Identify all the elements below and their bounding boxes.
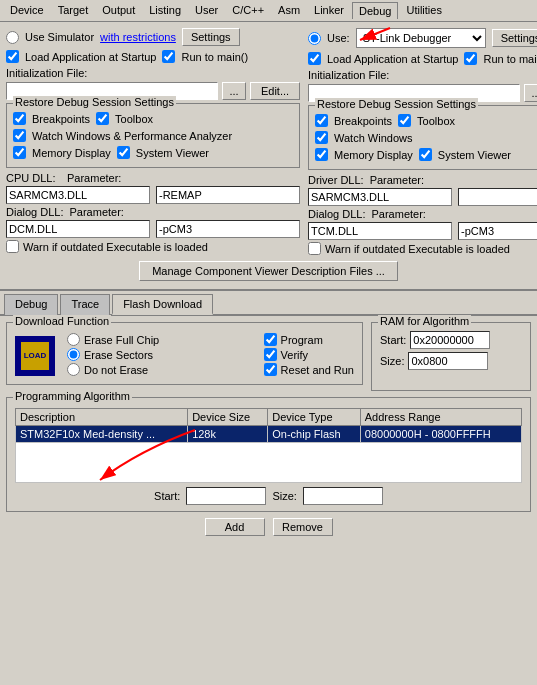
col-description: Description xyxy=(16,409,188,426)
left-toolbox-cb[interactable] xyxy=(96,112,109,125)
left-sysviewer-cb[interactable] xyxy=(117,146,130,159)
right-settings-btn[interactable]: Settings xyxy=(492,29,537,47)
flash-download-content: Download Function LOAD xyxy=(0,316,537,542)
driver-param-input[interactable] xyxy=(458,188,537,206)
remove-btn[interactable]: Remove xyxy=(273,518,333,536)
tab-flash-download[interactable]: Flash Download xyxy=(112,294,213,315)
right-load-app-checkbox[interactable] xyxy=(308,52,321,65)
menu-listing[interactable]: Listing xyxy=(143,2,187,19)
dialog-dll-input-left[interactable] xyxy=(6,220,150,238)
dialog-dll-label-right: Dialog DLL: xyxy=(308,208,365,220)
start-field-label: Start: xyxy=(154,490,180,502)
menu-debug[interactable]: Debug xyxy=(352,2,398,19)
tab-debug[interactable]: Debug xyxy=(4,294,58,315)
ram-size-input[interactable] xyxy=(408,352,488,370)
do-not-erase-label: Do not Erase xyxy=(84,364,148,376)
left-col: Use Simulator with restrictions Settings… xyxy=(6,28,300,255)
right-memory-cb[interactable] xyxy=(315,148,328,161)
erase-sectors-label: Erase Sectors xyxy=(84,349,153,361)
right-sysviewer-cb[interactable] xyxy=(419,148,432,161)
right-watch-cb[interactable] xyxy=(315,131,328,144)
table-row[interactable]: STM32F10x Med-density ... 128k On-chip F… xyxy=(16,426,522,443)
right-breakpoints-label: Breakpoints xyxy=(334,115,392,127)
add-remove-row: Add Remove xyxy=(6,518,531,536)
start-field-input[interactable] xyxy=(186,487,266,505)
left-edit-btn[interactable]: Edit... xyxy=(250,82,300,100)
right-toolbox-cb[interactable] xyxy=(398,114,411,127)
erase-full-chip-label: Erase Full Chip xyxy=(84,334,159,346)
algo-table: Description Device Size Device Type Addr… xyxy=(15,408,522,483)
simulator-radio[interactable] xyxy=(6,31,19,44)
row-device-size: 128k xyxy=(188,426,268,443)
menu-device[interactable]: Device xyxy=(4,2,50,19)
program-label: Program xyxy=(281,334,323,346)
menu-user[interactable]: User xyxy=(189,2,224,19)
menu-target[interactable]: Target xyxy=(52,2,95,19)
load-icon-inner: LOAD xyxy=(21,342,49,370)
right-browse-btn[interactable]: ... xyxy=(524,84,537,102)
left-sysviewer-label: System Viewer xyxy=(136,147,209,159)
left-warn-cb[interactable] xyxy=(6,240,19,253)
tab-trace[interactable]: Trace xyxy=(60,294,110,315)
driver-dll-input[interactable] xyxy=(308,188,452,206)
program-cb[interactable] xyxy=(264,333,277,346)
left-load-app-checkbox[interactable] xyxy=(6,50,19,63)
right-sysviewer-label: System Viewer xyxy=(438,149,511,161)
menu-linker[interactable]: Linker xyxy=(308,2,350,19)
restrictions-link[interactable]: with restrictions xyxy=(100,31,176,43)
erase-full-chip-radio[interactable] xyxy=(67,333,80,346)
menu-output[interactable]: Output xyxy=(96,2,141,19)
right-run-to-main-checkbox[interactable] xyxy=(464,52,477,65)
bottom-panel: Debug Trace Flash Download Download Func… xyxy=(0,291,537,542)
erase-sectors-radio[interactable] xyxy=(67,348,80,361)
menu-utilities[interactable]: Utilities xyxy=(400,2,447,19)
cpu-dll-input[interactable] xyxy=(6,186,150,204)
reset-run-label: Reset and Run xyxy=(281,364,354,376)
dialog-dll-label-left: Dialog DLL: xyxy=(6,206,63,218)
add-btn[interactable]: Add xyxy=(205,518,265,536)
dialog-dll-input-right[interactable] xyxy=(308,222,452,240)
use-radio[interactable] xyxy=(308,32,321,45)
right-toolbox-label: Toolbox xyxy=(417,115,455,127)
left-settings-btn[interactable]: Settings xyxy=(182,28,240,46)
do-not-erase-radio[interactable] xyxy=(67,363,80,376)
right-warn-cb[interactable] xyxy=(308,242,321,255)
download-function-group: Download Function LOAD xyxy=(6,322,363,385)
left-run-to-main-checkbox[interactable] xyxy=(162,50,175,63)
prog-group: Programming Algorithm Description Device… xyxy=(6,397,531,512)
cpu-dll-label: CPU DLL: xyxy=(6,172,61,184)
ram-start-input[interactable] xyxy=(410,331,490,349)
dialog-param-input-right[interactable] xyxy=(458,222,537,240)
menu-cpp[interactable]: C/C++ xyxy=(226,2,270,19)
left-warn-label: Warn if outdated Executable is loaded xyxy=(23,241,208,253)
dialog-param-input-left[interactable] xyxy=(156,220,300,238)
ram-group: RAM for Algorithm Start: Size: xyxy=(371,322,531,391)
right-restore-group: Restore Debug Session Settings Breakpoin… xyxy=(308,105,537,170)
menu-asm[interactable]: Asm xyxy=(272,2,306,19)
size-field-input[interactable] xyxy=(303,487,383,505)
verify-cb[interactable] xyxy=(264,348,277,361)
reset-run-cb[interactable] xyxy=(264,363,277,376)
manage-btn[interactable]: Manage Component Viewer Description File… xyxy=(139,261,398,281)
size-label: Size: xyxy=(380,355,404,367)
left-watch-perf-label: Watch Windows & Performance Analyzer xyxy=(32,130,232,142)
tab-bar: Debug Trace Flash Download xyxy=(0,291,537,316)
left-restore-title: Restore Debug Session Settings xyxy=(13,96,176,108)
program-options: Program Verify Reset and Run xyxy=(264,333,354,378)
verify-label: Verify xyxy=(281,349,309,361)
left-load-app-label: Load Application at Startup xyxy=(25,51,156,63)
row-address-range: 08000000H - 0800FFFFH xyxy=(360,426,521,443)
right-breakpoints-cb[interactable] xyxy=(315,114,328,127)
left-restore-group: Restore Debug Session Settings Breakpoin… xyxy=(6,103,300,168)
left-init-label: Initialization File: xyxy=(6,67,87,79)
left-browse-btn[interactable]: ... xyxy=(222,82,246,100)
left-breakpoints-label: Breakpoints xyxy=(32,113,90,125)
cpu-param-input[interactable] xyxy=(156,186,300,204)
left-memory-cb[interactable] xyxy=(13,146,26,159)
debugger-select[interactable]: ST-Link Debugger xyxy=(356,28,486,48)
left-watch-perf-cb[interactable] xyxy=(13,129,26,142)
download-group-title: Download Function xyxy=(13,315,111,327)
row-description: STM32F10x Med-density ... xyxy=(16,426,188,443)
driver-dll-label: Driver DLL: xyxy=(308,174,364,186)
left-breakpoints-cb[interactable] xyxy=(13,112,26,125)
